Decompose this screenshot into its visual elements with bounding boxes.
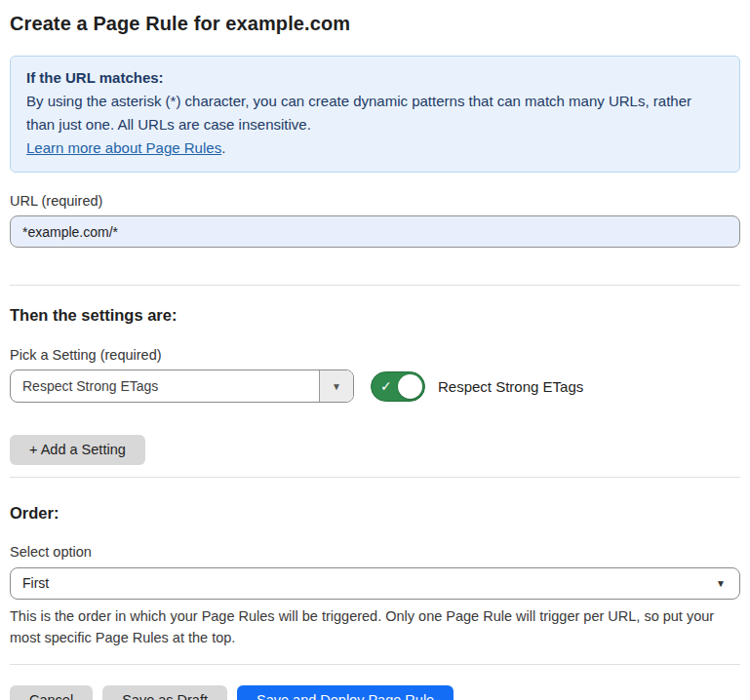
learn-more-link[interactable]: Learn more about Page Rules (26, 139, 221, 156)
setting-select-value: Respect Strong ETags (11, 370, 319, 402)
setting-toggle[interactable]: ✓ (371, 371, 425, 402)
setting-row: Respect Strong ETags ▼ ✓ Respect Strong … (10, 369, 740, 403)
order-select-value: First (22, 568, 716, 599)
divider (10, 285, 740, 286)
setting-select[interactable]: Respect Strong ETags ▼ (10, 369, 354, 403)
chevron-down-icon: ▼ (332, 381, 341, 392)
setting-select-arrow-button[interactable]: ▼ (319, 370, 353, 402)
info-box-heading: If the URL matches: (26, 66, 724, 90)
footer-actions: Cancel Save as Draft Save and Deploy Pag… (10, 685, 740, 700)
link-suffix: . (221, 139, 225, 156)
order-section-heading: Order: (10, 503, 740, 523)
cancel-button[interactable]: Cancel (10, 685, 93, 700)
save-draft-button[interactable]: Save as Draft (102, 685, 227, 700)
order-select-label: Select option (10, 543, 740, 561)
order-select[interactable]: First ▼ (10, 567, 740, 600)
info-box-body: By using the asterisk (*) character, you… (26, 90, 724, 136)
settings-section-heading: Then the settings are: (10, 305, 740, 325)
chevron-down-icon: ▼ (716, 578, 726, 589)
url-input[interactable] (10, 215, 740, 248)
info-box-link-line: Learn more about Page Rules. (26, 136, 724, 160)
divider (10, 477, 740, 478)
page-rule-form: Create a Page Rule for example.com If th… (0, 0, 750, 700)
setting-toggle-group: ✓ Respect Strong ETags (371, 371, 583, 402)
toggle-knob (398, 374, 422, 399)
check-icon: ✓ (380, 379, 392, 393)
save-deploy-button[interactable]: Save and Deploy Page Rule (237, 685, 454, 700)
url-field-label: URL (required) (10, 192, 740, 210)
page-title: Create a Page Rule for example.com (10, 12, 740, 35)
pick-setting-label: Pick a Setting (required) (10, 346, 740, 364)
setting-toggle-label: Respect Strong ETags (438, 378, 583, 395)
add-setting-button[interactable]: + Add a Setting (10, 435, 145, 465)
order-help-text: This is the order in which your Page Rul… (10, 605, 736, 648)
url-match-info-box: If the URL matches: By using the asteris… (10, 56, 740, 173)
divider (10, 664, 740, 665)
